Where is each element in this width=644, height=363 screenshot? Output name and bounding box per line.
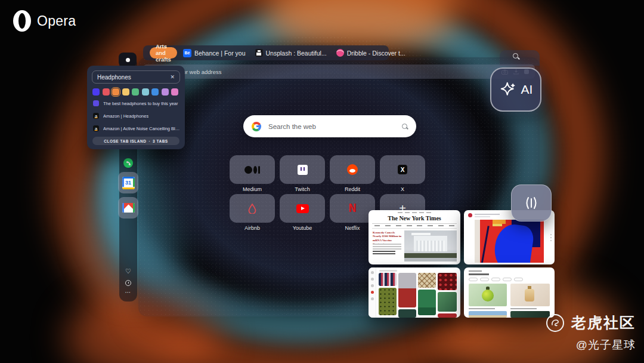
- split-screen-icon: [524, 196, 539, 210]
- tab-dribbble[interactable]: Dribble - Discover t...: [336, 49, 405, 57]
- web-search-input[interactable]: [268, 123, 402, 130]
- watermark-community: 老虎社区: [571, 313, 636, 333]
- island-tab-title: Amazon | Headphones: [103, 113, 148, 119]
- speed-dial-x[interactable]: X: [380, 155, 425, 184]
- board-image: [418, 273, 436, 288]
- color-swatch[interactable]: [142, 88, 149, 96]
- photo-green-perfume: [469, 284, 507, 306]
- tiger-community-icon: [546, 314, 564, 332]
- filter-pills: [469, 278, 523, 281]
- reddit-icon: [347, 164, 358, 175]
- watermark: 老虎社区 @光子星球: [546, 313, 636, 353]
- island-color-swatches: [92, 88, 178, 96]
- tab-count-label: 3 TABS: [153, 139, 168, 143]
- twitch-icon: [298, 165, 308, 175]
- tab-search-icon[interactable]: [513, 53, 520, 60]
- workspace-dot-icon: [126, 58, 130, 62]
- color-swatch[interactable]: [151, 88, 159, 96]
- photo-dark-green: [510, 311, 550, 318]
- address-bar[interactable]: [143, 64, 535, 79]
- gmail-icon: [122, 203, 135, 213]
- google-logo-icon: [252, 122, 261, 131]
- speed-dial-medium[interactable]: [230, 155, 275, 184]
- island-tab-title: Amazon | Active Noise Cancelling Blueto.…: [103, 126, 180, 131]
- tab-label: Unsplash : Beautiful...: [266, 50, 327, 57]
- board-image: [379, 273, 397, 286]
- island-tab-title: The best headphones to buy this year: [103, 101, 178, 106]
- whatsapp-icon[interactable]: [123, 158, 133, 168]
- tab-island-pill[interactable]: Arts and crafts: [150, 47, 177, 59]
- opera-wordmark: Opera: [37, 13, 76, 29]
- active-workspace-tab[interactable]: [119, 53, 137, 67]
- more-options-icon[interactable]: ⋯: [119, 289, 137, 296]
- color-swatch[interactable]: [132, 88, 139, 96]
- nyt-nav-bars: [369, 212, 460, 213]
- preview-nyt[interactable]: The New York Times Kennedy Cancels Nearl…: [369, 210, 460, 264]
- gmail-shortcut[interactable]: [118, 197, 138, 219]
- tab-strip: Arts and crafts Bé Behance | For you Uns…: [143, 45, 389, 60]
- color-swatch[interactable]: [92, 88, 100, 96]
- island-tab-item[interactable]: a Amazon | Active Noise Cancelling Bluet…: [93, 125, 180, 131]
- ai-button[interactable]: AI: [490, 67, 541, 112]
- speed-dial-label: Reddit: [330, 186, 375, 192]
- nyt-text-bars: [373, 244, 401, 256]
- color-swatch[interactable]: [122, 88, 129, 96]
- youtube-icon: [296, 204, 309, 213]
- tab-island-rename-field[interactable]: Headphones ✕: [92, 70, 180, 84]
- island-tab-item[interactable]: The best headphones to buy this year: [93, 100, 180, 106]
- text-bar: [469, 270, 482, 272]
- board-image: [438, 292, 457, 312]
- speed-dial-airbnb[interactable]: [230, 194, 275, 223]
- airbnb-icon: [247, 203, 258, 214]
- text-bar: [475, 214, 500, 215]
- speed-dial-youtube[interactable]: [280, 194, 325, 223]
- color-swatch[interactable]: [162, 88, 169, 96]
- speed-dial-label: Airbnb: [230, 225, 275, 231]
- preview-photo-search[interactable]: [464, 267, 555, 318]
- artwork-image: [475, 220, 544, 263]
- close-icon[interactable]: ✕: [170, 75, 175, 80]
- color-swatch[interactable]: [171, 88, 178, 96]
- preview-image-board[interactable]: [369, 267, 460, 318]
- tab-island-label: Arts and crafts: [156, 43, 171, 63]
- speed-dial-label: Twitch: [280, 186, 325, 192]
- address-input[interactable]: [149, 69, 501, 75]
- board-image: [379, 288, 397, 315]
- netflix-icon: N: [349, 202, 356, 216]
- speed-dial-twitch[interactable]: [280, 155, 325, 184]
- behance-icon: Bé: [183, 49, 191, 57]
- article-favicon: [93, 100, 99, 106]
- close-tab-island-button[interactable]: CLOSE TAB ISLAND · 3 TABS: [92, 137, 179, 145]
- divider: [372, 228, 457, 229]
- photo-beige-perfume: [510, 284, 550, 306]
- board-image: [398, 273, 416, 307]
- tab-unsplash[interactable]: Unsplash : Beautiful...: [255, 49, 327, 57]
- medium-icon: [244, 166, 260, 174]
- speed-dial-reddit[interactable]: [330, 155, 375, 184]
- amazon-favicon: a: [93, 125, 99, 131]
- nyt-white-house-photo: [404, 230, 457, 262]
- x-icon: X: [398, 165, 407, 174]
- text-bar: [469, 273, 489, 275]
- tab-label: Dribble - Discover t...: [347, 50, 405, 57]
- google-calendar-icon: 31: [122, 177, 135, 189]
- search-icon[interactable]: [402, 124, 408, 130]
- start-page-search[interactable]: [243, 115, 416, 137]
- history-clock-icon[interactable]: [125, 280, 131, 286]
- bookmarks-heart-icon[interactable]: ♡: [119, 267, 137, 275]
- divider: [372, 223, 457, 224]
- speed-dial-label: Medium: [230, 186, 275, 192]
- nyt-masthead: The New York Times: [369, 215, 460, 222]
- ai-button-label: AI: [521, 82, 533, 97]
- split-screen-button[interactable]: [511, 184, 552, 222]
- caption-bar: [469, 308, 495, 309]
- google-calendar-shortcut[interactable]: 31: [118, 172, 138, 193]
- board-sidebar: [369, 267, 376, 318]
- island-tab-item[interactable]: a Amazon | Headphones: [93, 113, 180, 119]
- color-swatch[interactable]: [103, 88, 110, 96]
- avatar: [468, 213, 472, 217]
- color-swatch-selected[interactable]: [112, 88, 119, 96]
- tab-behance[interactable]: Bé Behance | For you: [183, 49, 246, 57]
- unsplash-icon: [255, 49, 263, 57]
- speed-dial-label: X: [380, 186, 425, 192]
